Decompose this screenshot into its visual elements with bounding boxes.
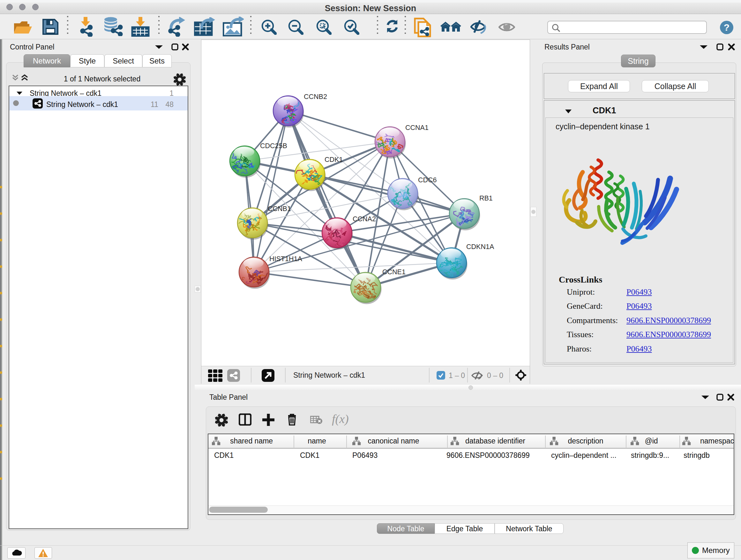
svg-text:CCNB1: CCNB1 [268,205,291,212]
svg-text:CDKN1A: CDKN1A [466,243,494,251]
svg-text:CDC6: CDC6 [418,176,437,184]
svg-text:HIST1H1A: HIST1H1A [269,255,302,263]
svg-text:CCNB2: CCNB2 [304,93,327,101]
svg-text:CCNA2: CCNA2 [353,215,376,223]
svg-text:CDK1: CDK1 [325,156,343,164]
svg-text:RB1: RB1 [479,194,493,202]
svg-text:CCNE1: CCNE1 [382,268,406,276]
svg-text:CCNA1: CCNA1 [405,124,428,132]
svg-text:CDC25B: CDC25B [260,142,287,150]
